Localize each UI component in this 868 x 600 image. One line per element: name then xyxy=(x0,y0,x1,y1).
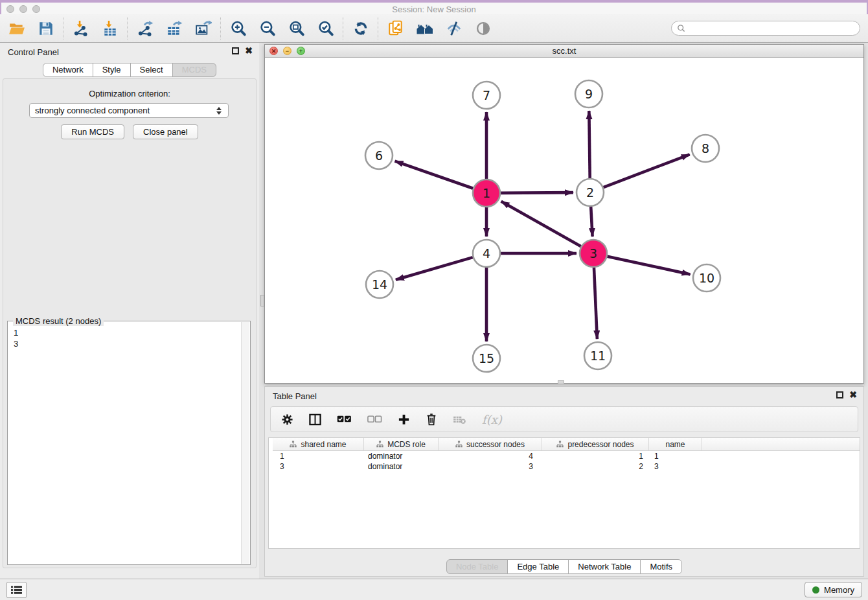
toolbar-separator xyxy=(63,17,63,40)
zoom-selected-icon[interactable] xyxy=(317,19,334,37)
hierarchy-icon xyxy=(556,441,564,448)
deselect-all-icon[interactable] xyxy=(367,411,382,427)
graph-edge-1-2[interactable] xyxy=(501,192,573,193)
hide-details-icon[interactable] xyxy=(445,19,463,37)
tab-mcds[interactable]: MCDS xyxy=(172,63,216,77)
home-icon[interactable] xyxy=(416,19,433,37)
add-row-icon[interactable] xyxy=(398,411,410,427)
tab-network-table[interactable]: Network Table xyxy=(568,559,641,574)
float-panel-icon[interactable] xyxy=(836,391,843,398)
clone-network-icon[interactable] xyxy=(387,19,404,37)
search-field[interactable] xyxy=(671,21,860,36)
hierarchy-icon xyxy=(376,441,383,448)
hierarchy-icon xyxy=(290,441,297,448)
graph-node-label: 8 xyxy=(702,141,709,156)
zoom-in-icon[interactable] xyxy=(229,19,247,37)
graph-node-label: 10 xyxy=(699,271,714,285)
table-panel: Table Panel ✖ xyxy=(264,386,864,577)
column-header-MCDS-role[interactable]: MCDS role xyxy=(364,438,439,450)
toolbar-separator xyxy=(220,17,221,40)
criterion-dropdown[interactable]: strongly connected component xyxy=(29,103,229,118)
close-panel-button[interactable]: Close panel xyxy=(133,124,198,139)
network-graph-canvas[interactable]: 7968124314101511 xyxy=(265,58,863,383)
network-window-title: scc.txt xyxy=(265,46,863,56)
zoom-out-icon[interactable] xyxy=(258,19,276,37)
splitter-handle[interactable] xyxy=(260,295,264,306)
graph-edge-3-10[interactable] xyxy=(607,257,690,275)
tab-motifs[interactable]: Motifs xyxy=(640,559,682,574)
tab-node-table[interactable]: Node Table xyxy=(446,559,508,574)
splitter-handle[interactable] xyxy=(558,380,564,384)
graph-node-label: 11 xyxy=(590,349,606,363)
os-titlebar: Session: New Session xyxy=(0,0,868,14)
graph-node-label: 2 xyxy=(586,185,594,200)
list-icon xyxy=(10,585,23,595)
refresh-layout-icon[interactable] xyxy=(352,19,369,37)
graph-edge-4-14[interactable] xyxy=(396,257,473,280)
app-window: Session: New Session xyxy=(0,0,868,600)
control-panel: Control Panel ✖ Network Style Select MCD… xyxy=(0,43,259,579)
toolbar-separator xyxy=(378,17,378,40)
column-header-shared-name[interactable]: shared name xyxy=(273,438,364,450)
save-session-icon[interactable] xyxy=(37,19,54,37)
dropdown-stepper-icon xyxy=(216,107,223,115)
run-mcds-button[interactable]: Run MCDS xyxy=(61,124,124,139)
task-history-button[interactable] xyxy=(6,582,27,598)
table-tabs: Node Table Edge Table Network Table Moti… xyxy=(265,559,863,574)
import-table-icon[interactable] xyxy=(101,19,119,37)
export-network-icon[interactable] xyxy=(136,19,154,37)
main-toolbar xyxy=(0,14,868,43)
table-panel-title: Table Panel xyxy=(273,391,317,401)
toolbar-separator xyxy=(127,17,128,40)
mcds-result-list[interactable]: 13 xyxy=(8,322,240,564)
export-image-icon[interactable] xyxy=(194,19,212,37)
zoom-fit-icon[interactable] xyxy=(288,19,305,37)
graph-edge-3-11[interactable] xyxy=(594,268,597,339)
table-row[interactable]: 3dominator323 xyxy=(273,461,860,472)
float-panel-icon[interactable] xyxy=(232,47,239,54)
column-settings-icon[interactable] xyxy=(281,411,293,427)
column-header-predecessor-nodes[interactable]: predecessor nodes xyxy=(542,438,649,450)
show-details-icon[interactable] xyxy=(474,19,492,37)
mcds-result-box: MCDS result (2 nodes) 13 xyxy=(7,321,251,565)
mcds-result-item: 3 xyxy=(14,338,240,349)
tab-network[interactable]: Network xyxy=(43,63,93,77)
tab-edge-table[interactable]: Edge Table xyxy=(507,559,569,574)
graph-edge-1-6[interactable] xyxy=(395,161,474,189)
close-panel-icon[interactable]: ✖ xyxy=(849,391,857,398)
tab-style[interactable]: Style xyxy=(93,63,131,77)
tab-select[interactable]: Select xyxy=(130,63,173,77)
graph-node-label: 14 xyxy=(372,277,387,292)
graph-edge-2-3[interactable] xyxy=(591,207,592,237)
table-panel-titlebar: Table Panel ✖ xyxy=(265,387,863,404)
network-view-window: ✕ − + scc.txt 7968124314101511 xyxy=(264,44,864,384)
select-all-icon[interactable] xyxy=(337,411,352,427)
function-builder-icon: f(x) xyxy=(482,411,502,427)
close-panel-icon[interactable]: ✖ xyxy=(245,47,253,54)
graph-edge-2-8[interactable] xyxy=(604,154,690,187)
delete-row-icon[interactable] xyxy=(426,411,437,427)
mcds-result-item: 1 xyxy=(14,327,240,338)
table-row[interactable]: 1dominator411 xyxy=(273,451,860,461)
graph-node-label: 1 xyxy=(483,186,490,200)
graph-node-label: 6 xyxy=(375,148,383,163)
status-bar: Memory xyxy=(0,579,868,600)
column-header-name[interactable]: name xyxy=(649,438,702,450)
import-network-icon[interactable] xyxy=(72,19,89,37)
open-file-icon[interactable] xyxy=(8,19,25,37)
control-panel-title: Control Panel xyxy=(8,47,59,57)
result-scrollbar[interactable] xyxy=(241,322,249,564)
network-window-titlebar[interactable]: ✕ − + scc.txt xyxy=(265,45,863,58)
split-panel-icon[interactable] xyxy=(309,411,321,427)
window-title: Session: New Session xyxy=(0,5,868,14)
graph-edge-2-9[interactable] xyxy=(589,111,589,178)
memory-button[interactable]: Memory xyxy=(805,582,862,597)
search-input[interactable] xyxy=(689,24,854,33)
delete-table-icon xyxy=(453,411,466,427)
graph-edge-3-1[interactable] xyxy=(501,202,581,246)
memory-status-icon xyxy=(812,586,819,594)
mcds-panel-body: Optimization criterion: strongly connect… xyxy=(3,78,257,568)
export-table-icon[interactable] xyxy=(165,19,183,37)
column-header-successor-nodes[interactable]: successor nodes xyxy=(439,438,542,450)
memory-button-label: Memory xyxy=(824,585,854,595)
